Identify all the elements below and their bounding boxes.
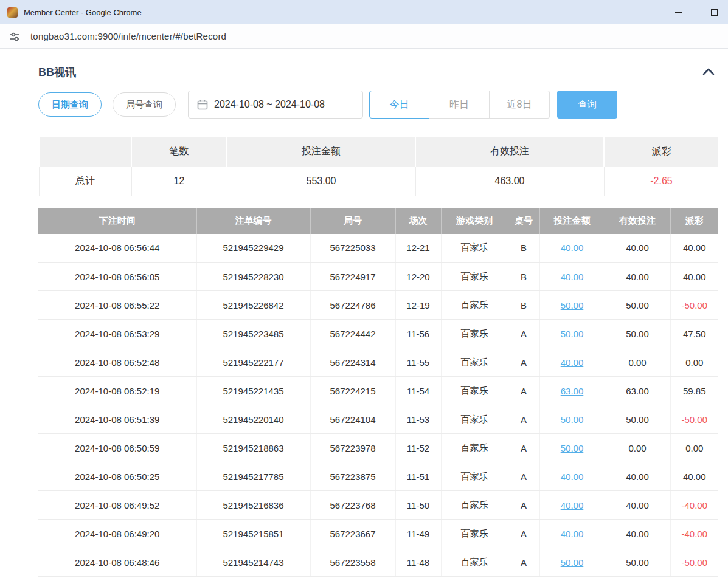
table-no-cell: A (508, 320, 539, 348)
bet-time-cell: 2024-10-08 06:50:25 (38, 462, 196, 491)
bet-amount-link[interactable]: 40.00 (561, 272, 584, 282)
address-url[interactable]: tongbao31.com:9900/infe/mcenter/#/betRec… (30, 31, 226, 41)
bet-amount-link[interactable]: 50.00 (561, 414, 584, 425)
date-range-value: 2024-10-08 ~ 2024-10-08 (214, 99, 325, 110)
game-type-cell: 百家乐 (441, 320, 508, 348)
session-cell: 11-51 (395, 462, 441, 491)
bet-amount-cell: 40.00 (539, 520, 605, 548)
summary-header-valid-bet: 有效投注 (415, 137, 604, 167)
table-row: 2024-10-08 06:50:25521945217785567223875… (38, 462, 718, 491)
session-cell: 11-49 (395, 520, 441, 548)
valid-bet-cell: 0.00 (605, 434, 670, 462)
game-type-cell: 百家乐 (441, 291, 508, 320)
range-today-button[interactable]: 今日 (369, 91, 429, 119)
summary-count-value: 12 (131, 167, 227, 196)
session-cell: 12-21 (395, 234, 441, 263)
bet-amount-link[interactable]: 40.00 (561, 472, 584, 482)
date-range-picker[interactable]: 2024-10-08 ~ 2024-10-08 (188, 91, 363, 119)
bet-table-header-row: 下注时间 注单编号 局号 场次 游戏类别 桌号 投注金额 有效投注 派彩 (38, 208, 718, 234)
table-no-cell: A (508, 548, 539, 577)
header-table-no: 桌号 (508, 208, 539, 234)
session-cell: 11-53 (395, 405, 441, 434)
game-type-cell: 百家乐 (441, 548, 508, 577)
header-valid-bet: 有效投注 (605, 208, 670, 234)
bet-id-cell: 521945215851 (196, 520, 310, 548)
session-cell: 11-54 (395, 377, 441, 405)
minimize-icon (675, 12, 682, 13)
collapse-section-button[interactable] (699, 64, 718, 80)
bet-amount-link[interactable]: 40.00 (561, 500, 584, 510)
round-no-cell: 567223978 (310, 434, 395, 462)
table-no-cell: B (508, 234, 539, 263)
bet-id-cell: 521945221435 (196, 377, 310, 405)
search-button[interactable]: 查询 (557, 91, 617, 119)
bet-amount-link[interactable]: 63.00 (561, 386, 584, 396)
table-row: 2024-10-08 06:48:46521945214743567223558… (38, 548, 718, 577)
bet-time-cell: 2024-10-08 06:55:22 (38, 291, 196, 320)
calendar-icon (197, 99, 208, 110)
payout-cell: 47.50 (670, 320, 718, 348)
round-no-cell: 567223875 (310, 462, 395, 491)
bet-amount-link[interactable]: 50.00 (561, 300, 584, 311)
table-no-cell: A (508, 491, 539, 520)
table-row: 2024-10-08 06:50:59521945218863567223978… (38, 434, 718, 462)
table-row: 2024-10-08 06:55:22521945226842567224786… (38, 291, 718, 320)
session-cell: 11-55 (395, 348, 441, 377)
maximize-button[interactable] (709, 7, 719, 18)
round-no-cell: 567224215 (310, 377, 395, 405)
bet-time-cell: 2024-10-08 06:48:46 (38, 548, 196, 577)
bet-id-cell: 521945223485 (196, 320, 310, 348)
valid-bet-cell: 40.00 (605, 234, 670, 263)
summary-valid-bet-value: 463.00 (415, 167, 604, 196)
table-no-cell: B (508, 291, 539, 320)
session-cell: 11-56 (395, 320, 441, 348)
bet-amount-link[interactable]: 50.00 (561, 329, 584, 339)
header-round-no: 局号 (310, 208, 395, 234)
bet-amount-cell: 50.00 (539, 405, 605, 434)
site-settings-icon[interactable] (9, 30, 21, 43)
bet-amount-link[interactable]: 40.00 (561, 529, 584, 539)
summary-bet-amount-value: 553.00 (227, 167, 415, 196)
table-no-cell: A (508, 348, 539, 377)
table-no-cell: A (508, 377, 539, 405)
bet-amount-cell: 40.00 (539, 491, 605, 520)
summary-header-empty (39, 137, 131, 167)
summary-total-label: 总计 (39, 167, 131, 196)
range-last8days-button[interactable]: 近8日 (490, 91, 550, 119)
round-query-tab[interactable]: 局号查询 (113, 92, 176, 117)
game-type-cell: 百家乐 (441, 348, 508, 377)
date-query-tab[interactable]: 日期查询 (38, 92, 102, 117)
table-row: 2024-10-08 06:52:48521945222177567224314… (38, 348, 718, 377)
window-titlebar: Member Center - Google Chrome (0, 0, 728, 24)
game-type-cell: 百家乐 (441, 377, 508, 405)
bet-id-cell: 521945220140 (196, 405, 310, 434)
game-type-cell: 百家乐 (441, 234, 508, 263)
bet-amount-link[interactable]: 50.00 (561, 557, 584, 568)
table-row: 2024-10-08 06:52:19521945221435567224215… (38, 377, 718, 405)
bet-id-cell: 521945222177 (196, 348, 310, 377)
game-type-cell: 百家乐 (441, 520, 508, 548)
bet-amount-link[interactable]: 50.00 (561, 443, 584, 453)
minimize-button[interactable] (673, 7, 684, 18)
range-yesterday-button[interactable]: 昨日 (429, 91, 490, 119)
round-no-cell: 567223667 (310, 520, 395, 548)
game-type-cell: 百家乐 (441, 491, 508, 520)
bet-amount-link[interactable]: 40.00 (561, 242, 584, 253)
bet-amount-link[interactable]: 40.00 (561, 357, 584, 368)
browser-urlbar[interactable]: tongbao31.com:9900/infe/mcenter/#/betRec… (0, 24, 728, 49)
session-cell: 12-19 (395, 291, 441, 320)
round-no-cell: 567224442 (310, 320, 395, 348)
payout-cell: 59.85 (670, 377, 718, 405)
bet-time-cell: 2024-10-08 06:52:19 (38, 377, 196, 405)
bet-amount-cell: 50.00 (539, 434, 605, 462)
bet-amount-cell: 50.00 (539, 320, 605, 348)
bet-id-cell: 521945229429 (196, 234, 310, 263)
game-type-cell: 百家乐 (441, 462, 508, 491)
game-type-cell: 百家乐 (441, 405, 508, 434)
header-payout: 派彩 (670, 208, 718, 234)
bet-time-cell: 2024-10-08 06:50:59 (38, 434, 196, 462)
bet-amount-cell: 40.00 (539, 348, 605, 377)
round-no-cell: 567224314 (310, 348, 395, 377)
game-type-cell: 百家乐 (441, 434, 508, 462)
bet-amount-cell: 40.00 (539, 234, 605, 263)
